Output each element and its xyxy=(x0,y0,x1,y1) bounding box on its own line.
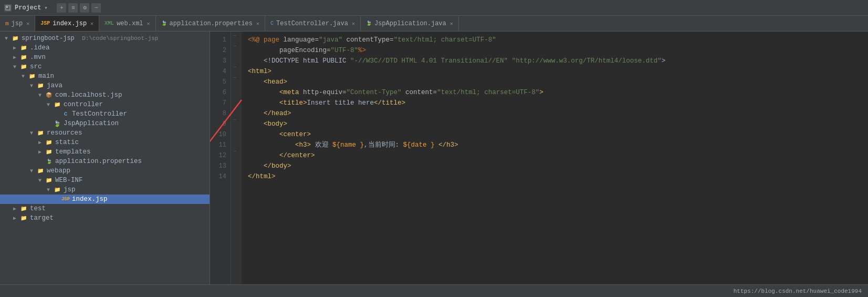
dropdown-icon[interactable]: ▾ xyxy=(44,5,47,11)
code-line-9: <body> xyxy=(248,119,868,129)
tab-test-controller-close[interactable]: ✕ xyxy=(352,21,355,27)
line-num-2: 2 xyxy=(210,45,231,56)
sidebar-item-templates[interactable]: ▶ 📁 templates xyxy=(0,147,210,157)
tab-index-jsp-icon: JSP xyxy=(40,21,50,26)
tab-app-props-close[interactable]: ✕ xyxy=(256,21,259,27)
fold-2[interactable]: − xyxy=(233,43,237,49)
label-target: target xyxy=(30,214,54,222)
label-idea: .idea xyxy=(30,44,50,52)
editor-gutter: − − − − − − xyxy=(231,32,242,284)
sidebar-item-main[interactable]: ▼ 📁 main xyxy=(0,71,210,81)
arrow-target: ▶ xyxy=(11,215,19,221)
tab-app-props[interactable]: 🍃 application.properties ✕ xyxy=(156,16,265,31)
tab-web-xml-label: web.xml xyxy=(117,20,143,27)
tab-test-controller-label: TestController.java xyxy=(276,20,348,27)
status-url: https://blog.csdn.net/huawei_code1994 xyxy=(734,288,862,294)
sidebar-item-com-localhost-jsp[interactable]: ▼ 📦 com.localhost.jsp xyxy=(0,90,210,100)
line-numbers: 1 2 3 4 5 6 7 8 9 10 11 12 13 14 xyxy=(210,32,231,284)
sidebar-item-test[interactable]: ▶ 📁 test xyxy=(0,204,210,213)
label-index-jsp: index.jsp xyxy=(72,196,108,203)
fold-12[interactable]: − xyxy=(233,148,237,155)
sidebar-item-idea[interactable]: ▶ 📁 .idea xyxy=(0,43,210,53)
code-line-3: <!DOCTYPE html PUBLIC "-//W3C//DTD HTML … xyxy=(248,56,868,66)
code-line-14: </html> xyxy=(248,171,868,182)
tab-index-jsp-label: index.jsp xyxy=(53,20,87,27)
sidebar-item-springboot-jsp[interactable]: ▼ 📁 springboot-jsp D:\code\springboot-js… xyxy=(0,34,210,43)
code-line-10: <center> xyxy=(248,129,868,140)
code-line-7: <title>Insert title here</title> xyxy=(248,98,868,108)
code-line-11: <h3> 欢迎 ${name },当前时间: ${date } </h3> xyxy=(248,140,868,150)
sidebar-item-jsp-application[interactable]: ▶ 🍃 JspApplication xyxy=(0,119,210,128)
arrow-webapp: ▼ xyxy=(27,168,36,174)
sidebar-item-resources[interactable]: ▼ 📁 resources xyxy=(0,128,210,138)
label-jsp-dir: jsp xyxy=(64,186,76,193)
line-num-14: 14 xyxy=(210,171,231,182)
label-resources: resources xyxy=(47,129,82,137)
line-num-8: 8 xyxy=(210,108,231,119)
fold-10[interactable]: − xyxy=(233,117,237,123)
arrow-static: ▶ xyxy=(36,139,44,146)
label-controller: controller xyxy=(64,101,103,108)
fold-4[interactable]: − xyxy=(233,64,237,70)
line-num-12: 12 xyxy=(210,150,231,161)
sidebar-item-java[interactable]: ▼ 📁 java xyxy=(0,81,210,90)
sidebar-item-jsp-dir[interactable]: ▼ 📁 jsp xyxy=(0,185,210,194)
code-line-13: </body> xyxy=(248,161,868,171)
tab-app-props-label: application.properties xyxy=(170,20,253,27)
tab-m[interactable]: m jsp ✕ xyxy=(0,16,35,31)
project-icon xyxy=(4,4,12,12)
tab-jsp-application[interactable]: 🍃 JspApplication.java ✕ xyxy=(361,16,459,31)
gear-action-btn[interactable]: ⚙ xyxy=(80,3,89,13)
folder-icon-idea: 📁 xyxy=(19,44,28,52)
sidebar-item-target[interactable]: ▶ 📁 target xyxy=(0,213,210,223)
fold-1[interactable]: − xyxy=(233,33,237,39)
sidebar-item-webapp[interactable]: ▼ 📁 webapp xyxy=(0,166,210,176)
sidebar-item-mvn[interactable]: ▶ 📁 .mvn xyxy=(0,53,210,62)
tab-web-xml[interactable]: XML web.xml ✕ xyxy=(99,16,155,31)
code-line-1: <%@ page language="java" contentType="te… xyxy=(248,35,868,45)
sidebar-item-static[interactable]: ▶ 📁 static xyxy=(0,138,210,147)
java-class-icon: C xyxy=(61,110,70,118)
line-num-1: 1 xyxy=(210,35,231,45)
folder-icon-templates: 📁 xyxy=(44,148,54,156)
arrow-java: ▼ xyxy=(27,83,36,89)
jsp-file-icon: JSP xyxy=(61,195,70,203)
tab-index-jsp-close[interactable]: ✕ xyxy=(90,21,93,27)
tab-test-controller[interactable]: C TestController.java ✕ xyxy=(265,16,361,31)
add-action-btn[interactable]: + xyxy=(57,3,66,13)
tab-m-close[interactable]: ✕ xyxy=(26,21,29,27)
folder-icon-resources: 📁 xyxy=(36,129,45,137)
tab-index-jsp[interactable]: JSP index.jsp ✕ xyxy=(35,16,99,31)
sidebar-item-test-controller[interactable]: ▶ C TestController xyxy=(0,109,210,119)
tab-jsp-application-close[interactable]: ✕ xyxy=(450,21,453,27)
editor-area[interactable]: 1 2 3 4 5 6 7 8 9 10 11 12 13 14 − − xyxy=(210,32,868,284)
project-root-icon: 📁 xyxy=(11,34,20,43)
tab-test-controller-icon: C xyxy=(270,21,274,26)
arrow-idea: ▶ xyxy=(11,45,19,51)
tab-jsp-application-label: JspApplication.java xyxy=(374,20,446,27)
folder-icon-java: 📁 xyxy=(36,81,45,90)
sidebar-item-index-jsp[interactable]: ▶ JSP index.jsp xyxy=(0,194,210,204)
arrow-web-inf: ▼ xyxy=(36,178,44,183)
sidebar-item-web-inf[interactable]: ▼ 📁 WEB-INF xyxy=(0,176,210,185)
fold-5[interactable]: − xyxy=(233,75,237,81)
arrow-jsp-dir: ▼ xyxy=(44,187,53,193)
arrow-resources: ▼ xyxy=(27,130,36,136)
title-bar: Project ▾ + ≡ ⚙ − xyxy=(0,0,868,16)
minimize-action-btn[interactable]: − xyxy=(91,3,101,13)
label-mvn: .mvn xyxy=(30,54,46,61)
sidebar-item-controller[interactable]: ▼ 📁 controller xyxy=(0,100,210,109)
label-test: test xyxy=(30,205,46,212)
settings-action-btn[interactable]: ≡ xyxy=(68,3,78,13)
arrow-test: ▶ xyxy=(11,206,19,212)
arrow-src: ▼ xyxy=(11,64,19,70)
sidebar-item-app-properties[interactable]: ▶ 🍃 application.properties xyxy=(0,157,210,166)
main-area: ▼ 📁 springboot-jsp D:\code\springboot-js… xyxy=(0,32,868,284)
tab-m-label: jsp xyxy=(12,20,23,27)
code-lines[interactable]: <%@ page language="java" contentType="te… xyxy=(242,32,868,284)
code-line-12: </center> xyxy=(248,150,868,161)
sidebar-item-src[interactable]: ▼ 📁 src xyxy=(0,62,210,71)
tab-web-xml-close[interactable]: ✕ xyxy=(147,21,150,27)
label-web-inf: WEB-INF xyxy=(55,177,83,184)
line-num-6: 6 xyxy=(210,87,231,98)
